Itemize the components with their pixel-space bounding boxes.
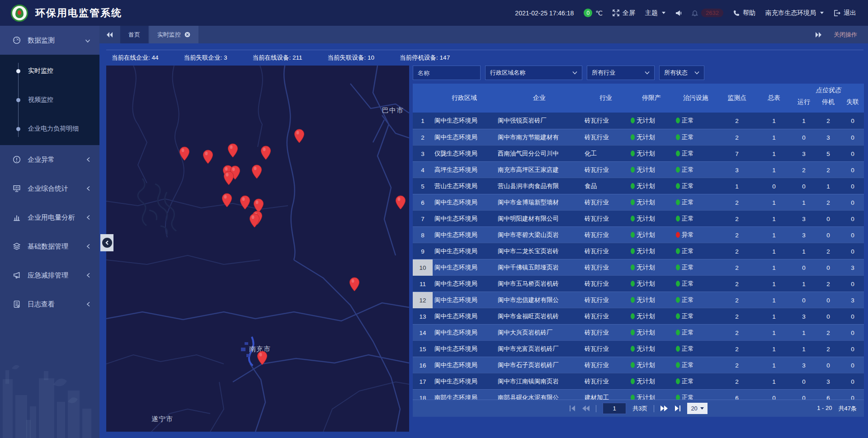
sidebar-subitem-0-2[interactable]: 企业电力负荷明细 — [0, 114, 99, 143]
sidebar: 数据监测实时监控视频监控企业电力负荷明细企业异常企业综合统计企业用电量分析基础数… — [0, 26, 99, 438]
datetime-display: 2021-02-25 17:46:18 — [515, 9, 574, 17]
map-pin-15[interactable] — [349, 277, 360, 292]
chevron-left-icon — [86, 156, 90, 164]
tab-0[interactable]: 首页 — [120, 26, 148, 43]
fullscreen-button[interactable]: 全屏 — [613, 9, 635, 17]
table-row-16[interactable]: 16阆中生态环境局阆中市石子页岩机砖厂砖瓦行业无计划正常21300 — [413, 357, 864, 373]
status-dot-icon — [631, 183, 635, 189]
table-row-14[interactable]: 14阆中生态环境局阆中大兴页岩机砖厂砖瓦行业无计划正常21120 — [413, 324, 864, 340]
map-pin-16[interactable] — [257, 351, 268, 365]
cell-region: 阆中生态环境局 — [433, 345, 496, 353]
tab-label: 实时监控 — [157, 31, 181, 39]
map-pin-7[interactable] — [251, 165, 262, 179]
cell-stopped: 3 — [816, 378, 840, 385]
map-pin-14[interactable] — [395, 195, 406, 210]
map-pin-2[interactable] — [227, 143, 238, 158]
limit-status-label: 无计划 — [637, 264, 655, 271]
close-operations-button[interactable]: 关闭操作 — [834, 31, 857, 39]
sidebar-item-1[interactable]: 企业异常 — [0, 145, 99, 174]
table-row-2[interactable]: 2阆中生态环境局阆中市南方节能建材有砖瓦行业无计划正常21030 — [413, 129, 864, 145]
table-row-18[interactable]: 18南部生态环境局南部县砚化水泥有限公建材加工无计划正常60060 — [413, 389, 864, 400]
tab-1[interactable]: 实时监控 — [149, 26, 198, 43]
sidebar-item-0[interactable]: 数据监测 — [0, 26, 99, 55]
cell-region: 阆中生态环境局 — [433, 329, 496, 337]
limit-status-label: 无计划 — [637, 345, 655, 352]
phone-icon — [733, 10, 740, 16]
map-pin-4[interactable] — [294, 129, 305, 143]
row-index: 10 — [413, 259, 433, 276]
table-row-9[interactable]: 9阆中生态环境局阆中市二龙长宝页岩砖砖瓦行业无计划正常21120 — [413, 243, 864, 259]
logout-icon — [834, 10, 840, 16]
table-row-17[interactable]: 17阆中生态环境局阆中市江南镇阆南页岩砖瓦行业无计划正常21030 — [413, 373, 864, 389]
table-row-13[interactable]: 13阆中生态环境局阆中市金福旺页岩机砖砖瓦行业无计划正常21300 — [413, 308, 864, 324]
notification-badge[interactable]: 2632 — [692, 9, 723, 17]
prev-page-button[interactable] — [582, 405, 590, 411]
sidebar-item-4[interactable]: 基础数据管理 — [0, 232, 99, 261]
org-dropdown[interactable]: 南充市生态环境局 — [765, 9, 824, 17]
map-pin-1[interactable] — [203, 150, 213, 164]
table-row-5[interactable]: 5营山生态环境局营山县润丰肉食品有限食品无计划正常10010 — [413, 178, 864, 194]
facility-status-label: 正常 — [682, 199, 694, 206]
cell-company: 阆中市江南镇阆南页岩 — [496, 377, 583, 386]
sidebar-subitem-0-0[interactable]: 实时监控 — [0, 57, 99, 85]
cell-monitor-points: 2 — [717, 346, 756, 353]
status-filter-select[interactable]: 所有状态 — [659, 66, 704, 80]
table-row-15[interactable]: 15阆中生态环境局阆中市光富页岩机砖厂砖瓦行业无计划正常21120 — [413, 340, 864, 357]
page-number-input[interactable] — [603, 403, 626, 414]
table-row-3[interactable]: 3仪陇生态环境局西南油气田分公司川中化工无计划正常71350 — [413, 145, 864, 161]
status-dot-icon — [631, 264, 635, 270]
map-pin-3[interactable] — [260, 146, 271, 160]
table-row-12[interactable]: 12阆中生态环境局阆中市忠信建材有限公砖瓦行业无计划正常21003 — [413, 292, 864, 308]
page-size-select[interactable]: 20 — [687, 403, 707, 414]
stat-item-4: 当前停机设备: 147 — [400, 54, 450, 62]
next-page-button[interactable] — [660, 405, 668, 411]
industry-filter-select[interactable]: 所有行业 — [587, 66, 655, 80]
first-page-button[interactable] — [569, 405, 576, 411]
map-pin-9[interactable] — [222, 193, 232, 207]
map-collapse-button[interactable] — [100, 234, 113, 251]
name-filter-input[interactable] — [413, 66, 481, 80]
cell-facility-status: 正常 — [674, 150, 717, 158]
sidebar-item-5[interactable]: 应急减排管理 — [0, 261, 99, 290]
last-page-button[interactable] — [674, 405, 681, 411]
help-button[interactable]: 帮助 — [733, 9, 755, 17]
status-dot-icon — [631, 346, 635, 352]
cell-region: 阆中生态环境局 — [433, 377, 496, 386]
sidebar-item-2[interactable]: 企业综合统计 — [0, 174, 99, 203]
table-row-4[interactable]: 4高坪生态环境局南充市高坪区王家店建砖瓦行业无计划正常31220 — [413, 161, 864, 178]
table-row-6[interactable]: 6阆中生态环境局阆中市金博瑞新型墙材砖瓦行业无计划正常21120 — [413, 194, 864, 210]
table-row-1[interactable]: 1阆中生态环境局阆中强锐页岩砖厂砖瓦行业无计划正常21120 — [413, 113, 864, 129]
chevron-down-icon — [572, 71, 577, 75]
tabs-scroll-left-button[interactable] — [99, 26, 120, 43]
cell-disconnected: 0 — [840, 313, 864, 320]
map-pin-0[interactable] — [179, 146, 190, 161]
cell-monitor-points: 3 — [717, 167, 756, 174]
cell-disconnected: 0 — [840, 362, 864, 369]
chevron-down-icon — [645, 71, 650, 75]
sidebar-subitem-0-1[interactable]: 视频监控 — [0, 85, 99, 114]
map-pin-8[interactable] — [223, 171, 234, 185]
sidebar-item-6[interactable]: 日志查看 — [0, 290, 99, 319]
cell-company: 阆中市五马桥页岩机砖 — [496, 280, 583, 288]
table-row-8[interactable]: 8阆中生态环境局阆中市枣碧大梁山页岩砖瓦行业无计划异常21300 — [413, 226, 864, 243]
cell-facility-status: 正常 — [674, 133, 717, 141]
map-canvas[interactable] — [106, 66, 409, 432]
logout-button[interactable]: 退出 — [834, 9, 856, 17]
sidebar-item-label: 企业综合统计 — [28, 184, 86, 193]
cell-company: 阆中市忠信建材有限公 — [496, 296, 583, 304]
map-pin-13[interactable] — [249, 213, 260, 228]
theme-dropdown[interactable]: 主题 — [645, 9, 665, 17]
table-row-10[interactable]: 10阆中生态环境局阆中千佛镇五郎垭页岩砖瓦行业无计划正常21003 — [413, 259, 864, 275]
region-filter-select[interactable]: 行政区域名称 — [485, 66, 582, 80]
table-row-7[interactable]: 7阆中生态环境局阆中明阳建材有限公司砖瓦行业无计划正常21300 — [413, 210, 864, 226]
map-pin-10[interactable] — [240, 195, 250, 210]
cell-facility-status: 正常 — [674, 361, 717, 369]
tab-close-icon[interactable] — [184, 32, 190, 38]
sidebar-item-3[interactable]: 企业用电量分析 — [0, 203, 99, 232]
table-row-11[interactable]: 11阆中生态环境局阆中市五马桥页岩机砖砖瓦行业无计划正常21120 — [413, 275, 864, 292]
mute-speaker-button[interactable] — [675, 10, 682, 16]
status-dot-icon — [676, 378, 680, 384]
temperature-display: 0 ℃ — [584, 9, 603, 17]
double-chevron-right-icon[interactable] — [816, 32, 822, 38]
status-dot-icon — [631, 118, 635, 123]
